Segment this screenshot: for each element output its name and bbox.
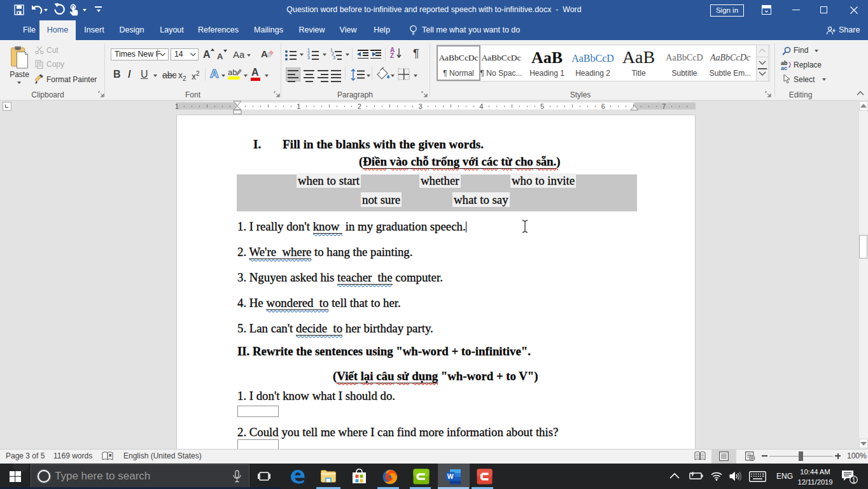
svg-text:W: W [447,472,454,480]
svg-text:A: A [261,48,268,59]
svg-text:ac: ac [781,65,787,71]
svg-text:ab: ab [228,67,237,77]
svg-text:1: 1 [851,476,855,484]
